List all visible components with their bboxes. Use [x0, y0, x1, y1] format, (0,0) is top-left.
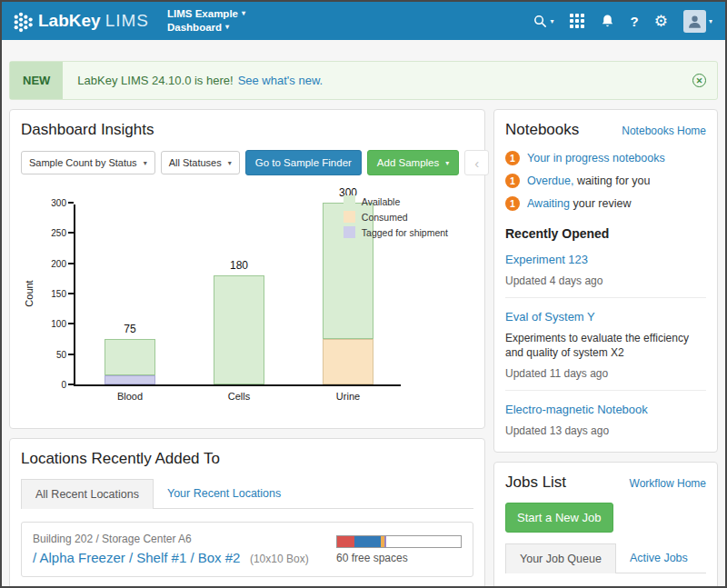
- alert-count-badge: 1: [505, 151, 520, 165]
- alert-in-progress: 1 Your in progress notebooks: [505, 151, 706, 165]
- new-badge: NEW: [10, 62, 63, 99]
- y-tick-mark: [68, 384, 74, 385]
- page-menu[interactable]: Dashboard ▾: [167, 21, 245, 35]
- alert-count-badge: 1: [505, 174, 520, 188]
- go-to-sample-finder-button[interactable]: Go to Sample Finder: [245, 150, 362, 175]
- user-icon: [686, 13, 703, 30]
- chevron-down-icon: ▾: [445, 159, 449, 167]
- locations-title: Locations Recently Added To: [21, 450, 473, 468]
- y-tick-label: 150: [51, 289, 66, 299]
- notebook-link[interactable]: Eval of System Y: [505, 310, 595, 324]
- location-breadcrumb: Building 202 / Storage Center A6: [33, 533, 309, 545]
- whats-new-link[interactable]: See what's new.: [238, 74, 324, 87]
- chart-type-select-value: Sample Count by Status: [29, 157, 137, 168]
- notebook-link[interactable]: Experiment 123: [505, 253, 588, 266]
- help-button[interactable]: ?: [631, 14, 639, 29]
- sample-status-chart: Count 05010015020025030075Blood180Cells3…: [21, 188, 473, 417]
- app-header: LabKeyLIMS LIMS Example ▾ Dashboard ▾ ▾: [2, 2, 725, 40]
- location-box-type: (10x10 Box): [250, 553, 309, 565]
- brand-name-secondary: LIMS: [105, 11, 149, 31]
- dashboard-insights-title: Dashboard Insights: [21, 121, 473, 139]
- y-tick-mark: [68, 293, 74, 294]
- settings-button[interactable]: ⚙: [654, 14, 668, 29]
- tab-your-recent-locations[interactable]: Your Recent Locations: [154, 479, 294, 509]
- legend-item: Consumed: [344, 211, 448, 223]
- notebook-link[interactable]: Electro-magnetic Notebook: [505, 403, 648, 416]
- locations-tabs: All Recent Locations Your Recent Locatio…: [21, 479, 473, 509]
- alert-overdue: 1 Overdue, waiting for you: [505, 174, 706, 188]
- alert-count-badge: 1: [505, 196, 520, 211]
- bar-segment[interactable]: [105, 339, 155, 375]
- search-button[interactable]: ▾: [533, 14, 554, 29]
- add-samples-button[interactable]: Add Samples ▾: [367, 150, 459, 175]
- overdue-notebooks-link[interactable]: Overdue,: [527, 174, 573, 187]
- capacity-segment: [384, 536, 387, 547]
- in-progress-notebooks-link[interactable]: Your in progress notebooks: [527, 152, 665, 164]
- right-column: Notebooks Notebooks Home 1 Your in progr…: [493, 109, 718, 588]
- location-list-item: Building 202 / Storage Center A6 / Alpha…: [21, 522, 473, 577]
- y-tick-mark: [68, 263, 74, 264]
- legend-swatch: [344, 226, 355, 238]
- status-filter-select[interactable]: All Statuses ▾: [161, 151, 240, 174]
- legend-label: Consumed: [362, 212, 408, 223]
- bar-segment[interactable]: [214, 275, 264, 384]
- jobs-tabs: Your Job Queue Active Jobs: [505, 543, 706, 573]
- y-tick-label: 50: [56, 350, 66, 360]
- notebooks-home-link[interactable]: Notebooks Home: [622, 125, 706, 137]
- apps-menu-button[interactable]: [570, 14, 584, 28]
- free-spaces-label: 60 free spaces: [336, 552, 462, 564]
- notebook-list-item: Eval of System Y Experiments to evaluate…: [505, 298, 706, 391]
- location-link[interactable]: / Alpha Freezer / Shelf #1 / Box #2: [33, 550, 240, 565]
- locations-card: Locations Recently Added To All Recent L…: [9, 438, 485, 588]
- workflow-home-link[interactable]: Workflow Home: [630, 477, 706, 490]
- legend-label: Available: [362, 196, 400, 207]
- legend-swatch: [344, 195, 355, 207]
- y-tick-label: 200: [51, 259, 66, 269]
- notebook-description: Experiments to evaluate the efficiency a…: [505, 331, 706, 360]
- user-menu-button[interactable]: ▾: [683, 10, 712, 33]
- chevron-down-icon: ▾: [225, 23, 229, 32]
- tab-all-recent-locations[interactable]: All Recent Locations: [21, 479, 154, 509]
- notifications-button[interactable]: [600, 14, 615, 29]
- awaiting-review-link[interactable]: Awaiting: [527, 197, 570, 210]
- start-new-job-button[interactable]: Start a New Job: [505, 503, 613, 533]
- dismiss-banner-button[interactable]: ✕: [692, 74, 706, 87]
- y-tick-label: 0: [61, 380, 66, 390]
- chevron-down-icon: ▾: [551, 17, 554, 25]
- capacity-segment: [337, 536, 354, 547]
- insights-controls: Sample Count by Status ▾ All Statuses ▾ …: [21, 150, 473, 175]
- dashboard-insights-card: Dashboard Insights Sample Count by Statu…: [9, 109, 485, 429]
- y-tick-mark: [68, 323, 74, 324]
- legend-label: Tagged for shipment: [362, 227, 448, 238]
- y-tick-mark: [68, 232, 74, 234]
- notebook-updated: Updated 4 days ago: [505, 274, 706, 287]
- bar-value-label: 75: [75, 323, 184, 335]
- avatar: [683, 10, 706, 33]
- bell-icon: [600, 14, 615, 29]
- y-tick-label: 100: [51, 319, 66, 329]
- recently-opened-heading: Recently Opened: [505, 226, 706, 241]
- jobs-list-card: Jobs List Workflow Home Start a New Job …: [493, 462, 718, 588]
- alert-text: waiting for you: [573, 174, 650, 187]
- notebook-alerts: 1 Your in progress notebooks 1 Overdue, …: [505, 151, 706, 211]
- capacity-bar: [336, 535, 462, 548]
- bar-segment[interactable]: [105, 375, 155, 384]
- chart-legend: AvailableConsumedTagged for shipment: [344, 195, 448, 238]
- notebook-list-item: Experiment 123 Updated 4 days ago: [505, 241, 706, 298]
- prev-page-button[interactable]: ‹: [464, 150, 489, 175]
- location-capacity: 60 free spaces: [336, 535, 462, 564]
- banner-message: LabKey LIMS 24.10.0 is here!: [77, 74, 233, 87]
- release-banner: NEW LabKey LIMS 24.10.0 is here! See wha…: [9, 61, 718, 100]
- chart-type-select[interactable]: Sample Count by Status ▾: [21, 151, 155, 174]
- bar-value-label: 180: [184, 259, 294, 272]
- chevron-down-icon: ▾: [144, 159, 147, 167]
- x-axis-category-label: Blood: [75, 391, 184, 402]
- app-logo[interactable]: LabKeyLIMS: [11, 10, 149, 33]
- bar-segment[interactable]: [323, 339, 373, 384]
- project-menu[interactable]: LIMS Example ▾: [167, 7, 245, 21]
- jobs-title: Jobs List: [505, 473, 566, 492]
- tab-your-job-queue[interactable]: Your Job Queue: [505, 543, 616, 573]
- tab-active-jobs[interactable]: Active Jobs: [616, 543, 702, 573]
- left-column: Dashboard Insights Sample Count by Statu…: [9, 109, 485, 588]
- notebooks-header: Notebooks Notebooks Home: [505, 121, 706, 139]
